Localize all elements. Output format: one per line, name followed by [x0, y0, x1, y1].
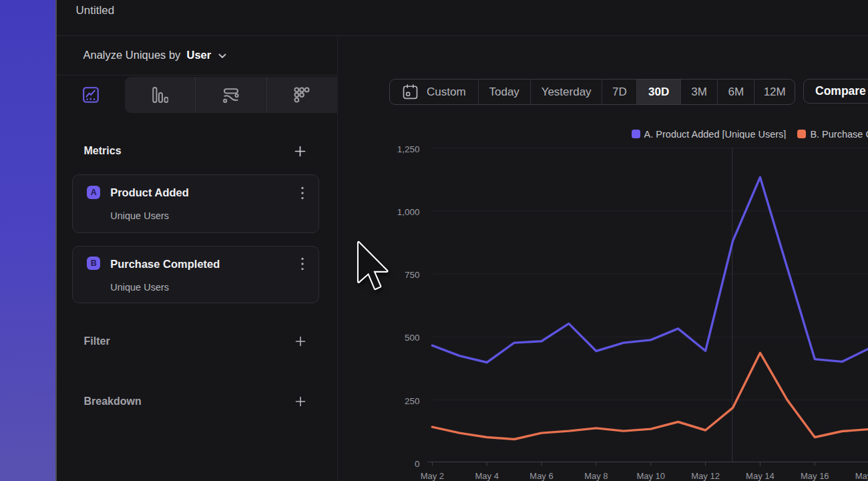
- svg-text:1,250: 1,250: [397, 144, 420, 154]
- svg-text:500: 500: [405, 333, 420, 343]
- svg-text:250: 250: [405, 396, 420, 406]
- svg-text:May 18: May 18: [855, 471, 868, 481]
- svg-text:May 12: May 12: [691, 471, 720, 481]
- svg-text:May 6: May 6: [529, 471, 553, 481]
- svg-text:May 4: May 4: [475, 471, 498, 481]
- svg-text:0: 0: [415, 459, 420, 469]
- svg-text:May 14: May 14: [746, 471, 775, 481]
- svg-text:May 10: May 10: [636, 471, 665, 481]
- svg-text:May 2: May 2: [421, 471, 444, 481]
- svg-text:May 8: May 8: [584, 471, 608, 481]
- svg-text:May 16: May 16: [801, 471, 829, 481]
- svg-text:750: 750: [405, 270, 420, 280]
- svg-text:1,000: 1,000: [397, 207, 420, 217]
